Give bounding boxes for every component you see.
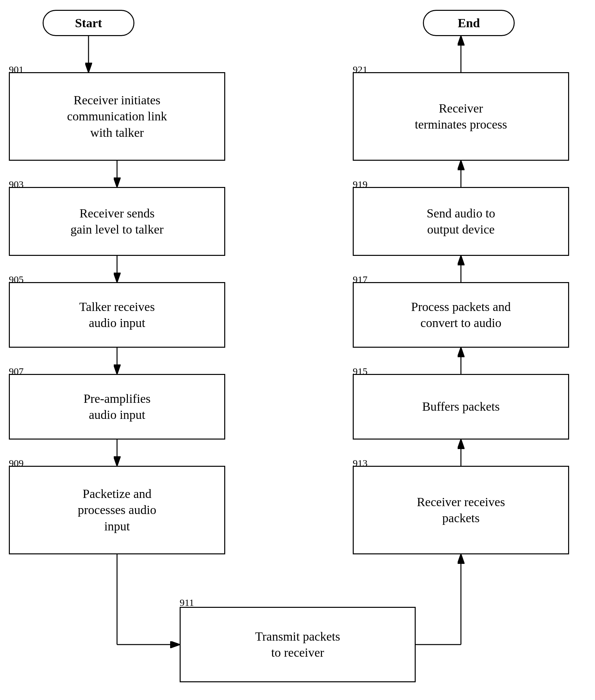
box-911: Transmit packetsto receiver [180, 607, 416, 682]
box-907: Pre-amplifiesaudio input [9, 374, 225, 439]
box-921: Receiverterminates process [353, 72, 569, 161]
box907-text: Pre-amplifiesaudio input [84, 391, 151, 423]
box-917: Process packets andconvert to audio [353, 282, 569, 348]
start-label: Start [75, 16, 102, 30]
box915-text: Buffers packets [422, 399, 500, 414]
box-915: Buffers packets [353, 374, 569, 439]
box905-text: Talker receivesaudio input [79, 299, 155, 331]
label-911: 911 [180, 597, 194, 608]
end-box: End [423, 10, 515, 36]
box913-text: Receiver receivespackets [417, 494, 505, 527]
end-label: End [458, 16, 480, 30]
box-919: Send audio tooutput device [353, 187, 569, 256]
flowchart: Start End 901 Receiver initiatescommunic… [0, 0, 595, 700]
box919-text: Send audio tooutput device [427, 205, 495, 238]
box917-text: Process packets andconvert to audio [411, 299, 511, 331]
box-903: Receiver sendsgain level to talker [9, 187, 225, 256]
box909-text: Packetize andprocesses audioinput [78, 486, 157, 534]
box921-text: Receiverterminates process [415, 100, 507, 133]
box901-text: Receiver initiatescommunication linkwith… [67, 92, 167, 141]
box-909: Packetize andprocesses audioinput [9, 466, 225, 554]
box911-text: Transmit packetsto receiver [255, 628, 340, 661]
box903-text: Receiver sendsgain level to talker [70, 205, 164, 238]
start-box: Start [42, 10, 134, 36]
box-913: Receiver receivespackets [353, 466, 569, 554]
box-901: Receiver initiatescommunication linkwith… [9, 72, 225, 161]
box-905: Talker receivesaudio input [9, 282, 225, 348]
